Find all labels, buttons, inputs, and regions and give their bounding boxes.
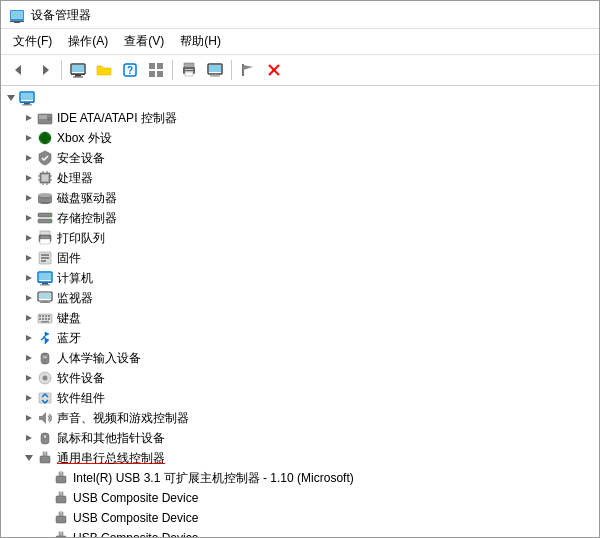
svg-rect-13 <box>149 63 155 69</box>
expand-processor[interactable] <box>21 170 37 186</box>
svg-rect-96 <box>48 318 50 320</box>
tree-item-root[interactable] <box>1 88 599 108</box>
softdev-label: 软件设备 <box>57 370 105 387</box>
expand-audio[interactable] <box>21 410 37 426</box>
help-button[interactable]: ? <box>118 58 142 82</box>
expand-monitor[interactable] <box>21 290 37 306</box>
svg-marker-39 <box>26 135 32 141</box>
grid-button[interactable] <box>144 58 168 82</box>
svg-marker-56 <box>26 195 32 201</box>
tree-item-firmware[interactable]: 固件 <box>1 248 599 268</box>
expand-mouse[interactable] <box>21 430 37 446</box>
tree-item-usb-intel[interactable]: Intel(R) USB 3.1 可扩展主机控制器 - 1.10 (Micros… <box>1 468 599 488</box>
svg-rect-21 <box>185 72 193 76</box>
expand-xbox[interactable] <box>21 130 37 146</box>
tree-item-ide[interactable]: IDE ATA/ATAPI 控制器 <box>1 108 599 128</box>
folder-button[interactable] <box>92 58 116 82</box>
menu-file[interactable]: 文件(F) <box>5 31 60 52</box>
expand-computer[interactable] <box>21 270 37 286</box>
svg-rect-89 <box>39 315 41 317</box>
svg-rect-14 <box>157 63 163 69</box>
menu-bar: 文件(F) 操作(A) 查看(V) 帮助(H) <box>1 29 599 55</box>
icon-processor <box>37 170 53 186</box>
usb-comp2-label: USB Composite Device <box>73 511 198 525</box>
menu-help[interactable]: 帮助(H) <box>172 31 229 52</box>
expand-ide[interactable] <box>21 110 37 126</box>
storage-label: 存储控制器 <box>57 210 117 227</box>
svg-point-64 <box>49 214 51 216</box>
processor-label: 处理器 <box>57 170 93 187</box>
svg-rect-121 <box>60 471 62 473</box>
menu-view[interactable]: 查看(V) <box>116 31 172 52</box>
tree-item-mouse[interactable]: 鼠标和其他指针设备 <box>1 428 599 448</box>
icon-usb-intel <box>53 470 69 486</box>
svg-rect-94 <box>42 318 44 320</box>
expand-security[interactable] <box>21 150 37 166</box>
tree-item-audio[interactable]: 声音、视频和游戏控制器 <box>1 408 599 428</box>
menu-action[interactable]: 操作(A) <box>60 31 116 52</box>
expand-softcomp[interactable] <box>21 390 37 406</box>
svg-rect-90 <box>42 315 44 317</box>
expand-root[interactable] <box>3 90 19 106</box>
tree-item-xbox[interactable]: Xbox 外设 <box>1 128 599 148</box>
tree-item-monitor[interactable]: 监视器 <box>1 288 599 308</box>
tree-item-usb-comp2[interactable]: USB Composite Device <box>1 508 599 528</box>
flag-button[interactable] <box>236 58 260 82</box>
tree-item-computer[interactable]: 计算机 <box>1 268 599 288</box>
icon-bluetooth <box>37 330 53 346</box>
remove-button[interactable] <box>262 58 286 82</box>
sep1 <box>61 60 62 80</box>
icon-keyboard <box>37 310 53 326</box>
expand-printqueue[interactable] <box>21 230 37 246</box>
svg-rect-9 <box>75 75 81 77</box>
tree-item-bluetooth[interactable]: 蓝牙 <box>1 328 599 348</box>
tree-item-keyboard[interactable]: 键盘 <box>1 308 599 328</box>
tree-item-security[interactable]: 安全设备 <box>1 148 599 168</box>
svg-marker-115 <box>25 455 33 461</box>
tree-item-usb-ctrl[interactable]: 通用串行总线控制器 <box>1 448 599 468</box>
tree-item-usb-comp1[interactable]: USB Composite Device <box>1 488 599 508</box>
expand-storage[interactable] <box>21 210 37 226</box>
tree-item-softdev[interactable]: 软件设备 <box>1 368 599 388</box>
print-button[interactable] <box>177 58 201 82</box>
icon-printqueue <box>37 230 53 246</box>
svg-marker-5 <box>43 65 49 75</box>
expand-softdev[interactable] <box>21 370 37 386</box>
computer-button[interactable] <box>66 58 90 82</box>
svg-rect-79 <box>38 282 52 283</box>
svg-rect-73 <box>41 254 49 256</box>
usb-ctrl-label: 通用串行总线控制器 <box>57 450 165 467</box>
svg-rect-116 <box>40 456 50 463</box>
tree-item-storage[interactable]: 存储控制器 <box>1 208 599 228</box>
svg-marker-87 <box>26 315 32 321</box>
svg-point-38 <box>47 117 51 121</box>
svg-marker-4 <box>15 65 21 75</box>
svg-rect-95 <box>45 318 47 320</box>
svg-rect-122 <box>56 496 66 503</box>
tree-item-disk[interactable]: 磁盘驱动器 <box>1 188 599 208</box>
tree-item-printqueue[interactable]: 打印队列 <box>1 228 599 248</box>
usb-intel-label: Intel(R) USB 3.1 可扩展主机控制器 - 1.10 (Micros… <box>73 470 354 487</box>
tree-item-processor[interactable]: 处理器 <box>1 168 599 188</box>
svg-marker-29 <box>7 95 15 101</box>
svg-rect-74 <box>41 257 49 259</box>
svg-marker-82 <box>26 295 32 301</box>
expand-usb-ctrl[interactable] <box>21 450 37 466</box>
tree-item-hid[interactable]: 人体学输入设备 <box>1 348 599 368</box>
svg-line-99 <box>41 337 45 340</box>
svg-rect-33 <box>24 103 30 105</box>
icon-usb-comp3 <box>53 530 69 537</box>
expand-firmware[interactable] <box>21 250 37 266</box>
tree-item-softcomp[interactable]: 软件组件 <box>1 388 599 408</box>
tree-item-usb-comp3[interactable]: USB Composite Device <box>1 528 599 537</box>
forward-button[interactable] <box>33 58 57 82</box>
svg-marker-61 <box>26 215 32 221</box>
back-button[interactable] <box>7 58 31 82</box>
expand-hid[interactable] <box>21 350 37 366</box>
monitor-button[interactable] <box>203 58 227 82</box>
expand-disk[interactable] <box>21 190 37 206</box>
security-label: 安全设备 <box>57 150 105 167</box>
icon-usb-comp1 <box>53 490 69 506</box>
expand-keyboard[interactable] <box>21 310 37 326</box>
expand-bluetooth[interactable] <box>21 330 37 346</box>
